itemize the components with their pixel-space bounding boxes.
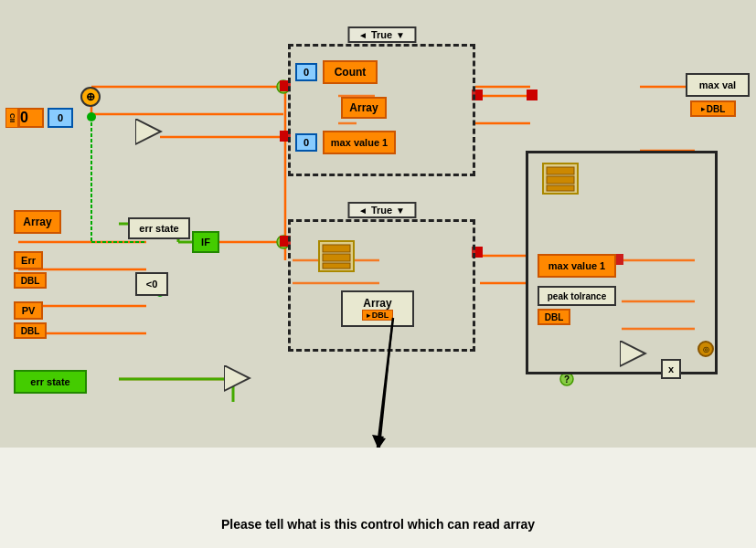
less-zero-block: <0: [135, 272, 168, 296]
knob-right: ◎: [697, 341, 714, 357]
peak-tolerance-block: peak tolrance: [538, 286, 616, 306]
count-block[interactable]: Count: [323, 60, 378, 84]
bundle-icon-right: [542, 163, 579, 195]
max-val-far-right: max val: [686, 73, 750, 97]
cii-label: CII: [5, 108, 18, 128]
comparator-triangle-bottom: [224, 365, 251, 393]
svg-marker-59: [224, 365, 250, 391]
zero-in-upper-case: 0: [295, 63, 317, 81]
bundle-icon-lower: [318, 240, 355, 272]
svg-text:?: ?: [281, 237, 286, 248]
svg-marker-50: [375, 437, 386, 448]
max-value1-upper[interactable]: max value 1: [323, 131, 396, 154]
svg-rect-52: [323, 245, 350, 252]
dbl-tag-array: ▸ DBL: [362, 310, 394, 321]
svg-rect-57: [547, 185, 574, 191]
dbl-pv: DBL: [14, 322, 47, 339]
svg-marker-58: [620, 341, 645, 366]
loop-icon: ⊕: [80, 87, 101, 107]
zero-display-1: 0: [48, 108, 73, 128]
diagram-area: ? ? ? ⊕ 0 0 CII: [0, 0, 756, 448]
caption-text: Please tell what is this control which c…: [221, 516, 535, 534]
err-label: Err: [14, 251, 43, 269]
svg-marker-51: [135, 119, 161, 144]
x-block: x: [661, 359, 681, 379]
zero-input-1[interactable]: 0: [18, 108, 44, 128]
comparator-triangle-right: [620, 341, 647, 368]
svg-rect-53: [323, 254, 350, 261]
dbl-err: DBL: [14, 272, 47, 289]
if-block[interactable]: IF: [192, 231, 219, 253]
case-structure-upper: ◄ True ▼ 0 Count Array 0 max value 1: [288, 44, 475, 176]
svg-text:?: ?: [564, 374, 570, 385]
zero-in-upper-case-2: 0: [295, 133, 317, 152]
pv-label: PV: [14, 301, 43, 320]
svg-rect-44: [527, 90, 538, 100]
comparator-triangle-upper: [135, 119, 163, 146]
err-state-block-top: err state: [128, 217, 190, 239]
caption-area: Please tell what is this control which c…: [0, 448, 756, 548]
array-dbl-block[interactable]: Array ▸ DBL: [341, 290, 414, 327]
dbl-peak: DBL: [538, 309, 570, 325]
svg-point-38: [560, 373, 573, 385]
svg-rect-56: [547, 176, 574, 184]
right-structure: max value 1 peak tolrance DBL x ◎: [526, 151, 718, 374]
svg-marker-61: [372, 435, 384, 448]
max-value1-right[interactable]: max value 1: [538, 254, 616, 278]
svg-text:?: ?: [281, 82, 286, 92]
case-structure-lower: ◄ True ▼ Array ▸ DBL: [288, 219, 475, 352]
svg-rect-54: [323, 263, 350, 269]
dbl-far-right: ▸ DBL: [690, 100, 736, 117]
svg-rect-55: [547, 167, 574, 174]
array-block-upper[interactable]: Array: [341, 97, 387, 119]
case-header-lower[interactable]: ◄ True ▼: [347, 202, 416, 218]
svg-point-47: [87, 112, 96, 121]
array-block-left[interactable]: Array: [14, 210, 61, 234]
case-header-upper[interactable]: ◄ True ▼: [347, 26, 416, 43]
err-state-block-bottom: err state: [14, 370, 87, 394]
